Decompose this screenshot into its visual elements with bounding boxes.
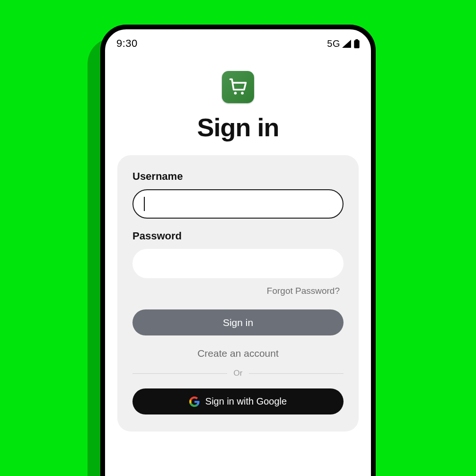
network-label: 5G <box>327 38 340 49</box>
username-label: Username <box>132 170 344 183</box>
status-time: 9:30 <box>116 37 138 50</box>
svg-point-3 <box>241 92 244 95</box>
signal-icon <box>342 40 351 48</box>
svg-point-2 <box>234 92 237 95</box>
create-account-link[interactable]: Create an account <box>132 348 344 359</box>
google-signin-button[interactable]: Sign in with Google <box>132 388 344 414</box>
text-cursor <box>144 197 145 211</box>
google-signin-label: Sign in with Google <box>205 396 287 407</box>
svg-rect-1 <box>354 40 359 48</box>
google-icon <box>189 397 200 407</box>
signin-button[interactable]: Sign in <box>132 309 344 335</box>
page-title: Sign in <box>197 113 279 142</box>
cart-icon <box>228 77 248 97</box>
app-logo <box>222 71 254 103</box>
divider-line-right <box>249 373 344 374</box>
password-input[interactable] <box>132 249 344 278</box>
divider: Or <box>132 369 344 378</box>
battery-icon <box>354 39 360 48</box>
divider-text: Or <box>234 369 243 378</box>
divider-line-left <box>132 373 227 374</box>
status-indicators: 5G <box>327 38 360 49</box>
phone-frame: 9:30 5G Sign in Username <box>100 25 376 476</box>
username-input[interactable] <box>132 189 344 219</box>
status-bar: 9:30 5G <box>105 32 371 55</box>
forgot-password-link[interactable]: Forgot Password? <box>267 286 340 296</box>
app-content: Sign in Username Password Forgot Passwor… <box>105 55 371 432</box>
password-label: Password <box>132 230 344 242</box>
signin-form: Username Password Forgot Password? Sign … <box>117 155 359 432</box>
